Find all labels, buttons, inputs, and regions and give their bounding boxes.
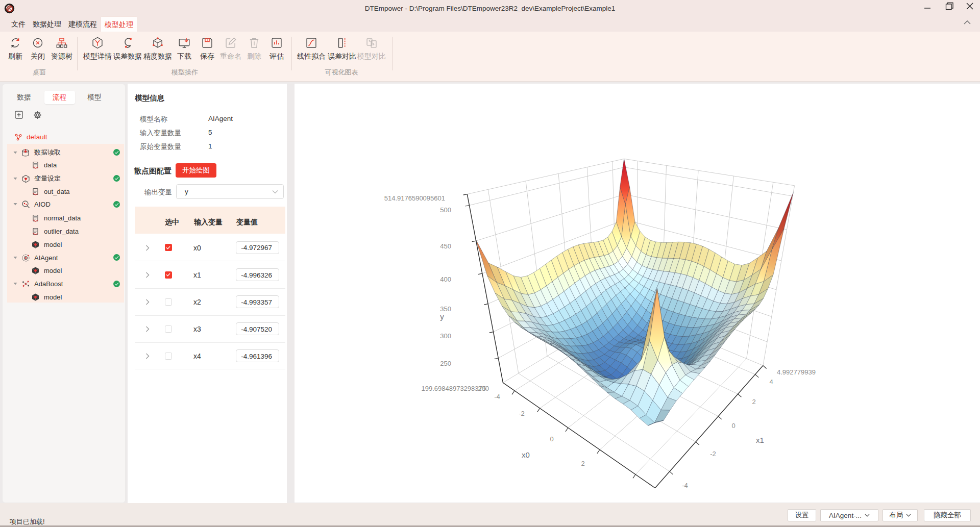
svg-text:500: 500 (440, 206, 451, 214)
svg-text:350: 350 (440, 305, 451, 313)
svg-text:0: 0 (550, 435, 553, 443)
svg-text:x1: x1 (756, 436, 764, 444)
svg-text:x0: x0 (522, 450, 530, 459)
svg-text:300: 300 (440, 332, 451, 340)
svg-text:y: y (440, 312, 444, 321)
svg-text:450: 450 (440, 242, 451, 250)
svg-text:4: 4 (769, 378, 773, 386)
svg-text:0: 0 (731, 422, 735, 430)
svg-text:400: 400 (440, 275, 451, 283)
svg-text:4.992779939: 4.992779939 (777, 368, 816, 376)
svg-text:200: 200 (478, 385, 489, 392)
svg-text:199.69848973298375: 199.69848973298375 (421, 385, 486, 392)
svg-text:514.9176590095601: 514.9176590095601 (384, 194, 445, 202)
svg-text:-2: -2 (519, 410, 525, 417)
svg-text:-2: -2 (710, 450, 716, 458)
svg-text:2: 2 (752, 398, 755, 406)
svg-text:-4: -4 (494, 393, 500, 400)
svg-text:2: 2 (581, 460, 584, 467)
svg-text:-4: -4 (682, 482, 688, 489)
svg-text:250: 250 (440, 360, 451, 367)
